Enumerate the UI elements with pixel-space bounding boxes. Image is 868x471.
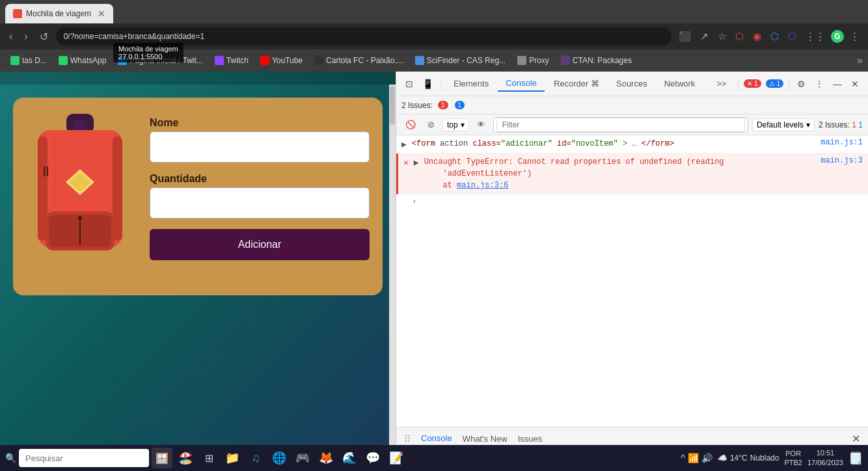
bookmark-cartola[interactable]: Cartola FC - Paixão,... xyxy=(309,53,409,68)
taskbar-search-input[interactable] xyxy=(19,449,149,467)
bookmark-icon-twitch xyxy=(215,56,224,65)
bookmark-youtube[interactable]: YouTube xyxy=(255,53,308,68)
console-fileref-form[interactable]: main.js:1 xyxy=(821,138,863,147)
bookmark-label-scifinder: SciFinder - CAS Reg... xyxy=(427,56,506,65)
taskbar-icon-edge[interactable]: 🌊 xyxy=(339,448,360,468)
dt-tab-sources[interactable]: Sources xyxy=(608,76,655,91)
bookmark-twitch[interactable]: Twitch xyxy=(210,53,254,68)
dt-levels-selector[interactable]: Default levels ▾ xyxy=(752,118,815,131)
console-row-expand-error[interactable]: ▶ xyxy=(414,157,419,168)
systray-volume[interactable]: 🔊 xyxy=(701,453,712,463)
systray-chevron[interactable]: ^ xyxy=(681,453,685,463)
dt-filter-btn[interactable]: ⊘ xyxy=(424,118,439,131)
bookmark-tas[interactable]: tas D... xyxy=(5,53,52,68)
refresh-btn[interactable]: ↺ xyxy=(36,28,52,46)
taskbar-icon-spotify[interactable]: ♫ xyxy=(245,448,266,468)
profile-btn[interactable]: G xyxy=(831,30,844,43)
dt-bottom-tab-whatsnew[interactable]: What's New xyxy=(463,431,508,446)
dt-tab-elements[interactable]: Elements xyxy=(446,76,496,91)
weather-desc: Nublado xyxy=(750,453,780,463)
taskbar-icon-vscode[interactable]: 📝 xyxy=(386,448,407,468)
taskbar-icon-start[interactable]: 🪟 xyxy=(152,448,172,468)
bookmark-ctan[interactable]: CTAN: Packages xyxy=(556,53,637,68)
bookmark-whatsapp[interactable]: WhatsApp xyxy=(53,53,111,68)
add-button[interactable]: Adicionar xyxy=(150,229,370,260)
dt-device-btn[interactable]: 📱 xyxy=(418,76,437,92)
dt-bottom-close-btn[interactable]: ✕ xyxy=(852,433,860,445)
taskbar-icon-taskview[interactable]: ⊞ xyxy=(198,448,219,468)
taskbar-icon-summer[interactable]: 🏖️ xyxy=(175,448,196,468)
bookmark-icon-proxy xyxy=(517,56,526,65)
dt-tab-network[interactable]: Network xyxy=(657,76,703,91)
svg-point-9 xyxy=(78,216,82,220)
form-quantity-input[interactable] xyxy=(150,187,370,219)
menu-btn[interactable]: ⋮ xyxy=(847,29,863,44)
extension-purple-btn[interactable]: ⬡ xyxy=(785,29,800,44)
bookmarks-more-btn[interactable]: » xyxy=(857,55,863,66)
bookmark-icon-tas xyxy=(10,56,20,65)
dt-secondary-toolbar: 🚫 ⊘ top ▾ 👁 Default levels ▾ 2 Issues: 1… xyxy=(396,114,868,135)
console-text-error: Uncaught TypeError: Cannot read properti… xyxy=(424,156,816,191)
dt-context-selector[interactable]: top ▾ xyxy=(442,118,469,131)
taskbar-right: ^ 📶 🔊 ☁️ 14°C Nublado POR PTB2 10:51 17/… xyxy=(681,448,863,468)
console-fileref-error[interactable]: main.js:3 xyxy=(821,156,863,165)
scrollbar[interactable] xyxy=(389,85,396,450)
address-bar: ‹ › ↺ ⬛ ↗ ☆ ⬡ ◉ ⬡ ⬡ ⋮⋮ G ⋮ xyxy=(0,23,868,49)
bookmark-label-whatsapp: WhatsApp xyxy=(70,56,106,65)
dt-bottom-tab-issues[interactable]: Issues xyxy=(518,431,543,446)
dt-divider3 xyxy=(789,77,789,90)
dt-bottom-grip: ⠿ xyxy=(404,434,411,444)
form-name-input[interactable] xyxy=(150,131,370,163)
bookmark-scifinder[interactable]: SciFinder - CAS Reg... xyxy=(410,53,511,68)
screen-cast-btn[interactable]: ⬛ xyxy=(675,29,694,44)
dt-tab-more[interactable]: >> xyxy=(709,76,734,91)
dt-vertical-dots-btn[interactable]: ⋮ xyxy=(811,76,828,92)
dt-minimize-btn[interactable]: — xyxy=(829,76,846,92)
dt-inspect-btn[interactable]: ⊡ xyxy=(401,76,417,92)
bookmark-star-btn[interactable]: ☆ xyxy=(714,29,729,44)
dt-clear-btn[interactable]: 🚫 xyxy=(401,118,420,131)
dt-divider2 xyxy=(738,77,739,90)
extension-blue-btn[interactable]: ⬡ xyxy=(767,29,782,44)
console-row-error: ✕ ▶ Uncaught TypeError: Cannot read prop… xyxy=(396,154,868,195)
lang-code2: PTB2 xyxy=(784,458,802,467)
dt-tab-console[interactable]: Console xyxy=(498,75,545,92)
webpage-title-bar xyxy=(0,72,396,85)
taskbar-icon-files[interactable]: 📁 xyxy=(222,448,243,468)
systray-network[interactable]: 📶 xyxy=(688,453,699,463)
console-row-expand-form[interactable]: ▶ xyxy=(401,139,407,150)
tab-close-btn[interactable]: ✕ xyxy=(98,8,105,19)
taskbar-icon-firefox[interactable]: 🦊 xyxy=(316,448,336,468)
systray-clock[interactable]: 10:51 17/06/2023 xyxy=(807,448,843,468)
notifications-btn[interactable]: 🗒️ xyxy=(848,451,863,465)
taskbar-icon-game[interactable]: 🎮 xyxy=(292,448,313,468)
bookmark-label-cartola: Cartola FC - Paixão,... xyxy=(326,56,403,65)
systray-weather[interactable]: ☁️ 14°C Nublado xyxy=(718,453,780,463)
dt-close-devtools-btn[interactable]: ✕ xyxy=(847,76,863,92)
taskbar-icon-discord[interactable]: 💬 xyxy=(362,448,383,468)
console-error-link[interactable]: main.js:3:6 xyxy=(457,181,508,190)
back-btn[interactable]: ‹ xyxy=(5,28,16,45)
dt-eye-btn[interactable]: 👁 xyxy=(473,118,489,131)
dt-filter-input[interactable] xyxy=(496,118,745,132)
extension-red2-btn[interactable]: ◉ xyxy=(750,29,765,44)
url-input[interactable] xyxy=(56,27,671,46)
active-tab[interactable]: Mochila de viagem ✕ xyxy=(5,4,113,23)
dt-tab-recorder[interactable]: Recorder ⌘ xyxy=(546,76,607,91)
dt-divider1 xyxy=(441,77,442,90)
bookmark-twitter[interactable]: Página Inicial / Twit... xyxy=(113,53,208,68)
forward-btn[interactable]: › xyxy=(20,28,31,45)
bookmark-icon-scifinder xyxy=(415,56,424,65)
dt-settings-btn[interactable]: ⚙ xyxy=(793,76,809,92)
prompt-arrow-icon: › xyxy=(412,197,416,206)
extension-grid-btn[interactable]: ⋮⋮ xyxy=(802,29,828,44)
taskbar-icon-browser[interactable]: 🌐 xyxy=(269,448,290,468)
bookmark-proxy[interactable]: Proxy xyxy=(512,53,554,68)
svg-text:||: || xyxy=(43,165,49,176)
form-quantity-group: Quantidade xyxy=(150,173,370,219)
systray-lang: POR PTB2 xyxy=(784,449,802,468)
extension-red-btn[interactable]: ⬡ xyxy=(732,29,747,44)
tab-title: Mochila de viagem xyxy=(26,9,91,18)
form-area: Nome Quantidade Adicionar xyxy=(150,111,370,260)
share-btn[interactable]: ↗ xyxy=(697,29,712,44)
